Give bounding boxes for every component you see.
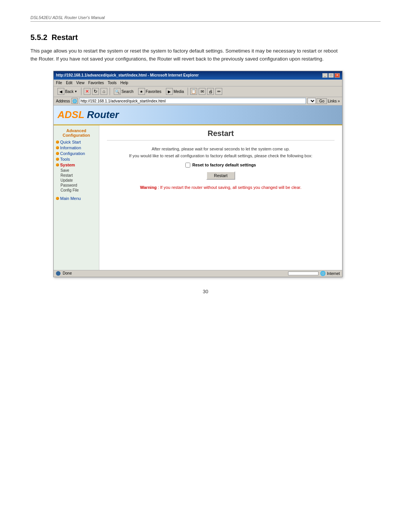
main-content-panel: Restart After restarting, please wait fo… bbox=[99, 125, 342, 270]
go-button[interactable]: Go bbox=[317, 98, 327, 104]
sidebar-section-title: Advanced Configuration bbox=[56, 128, 97, 137]
sidebar-link-configuration[interactable]: Configuration bbox=[60, 151, 85, 156]
maximize-button[interactable]: □ bbox=[328, 73, 334, 78]
sidebar-item-mainmenu[interactable]: Main Menu bbox=[56, 196, 97, 201]
logo-adsl: ADSL bbox=[57, 109, 84, 120]
bullet-icon bbox=[56, 158, 59, 161]
info-text-2: If you would like to reset all configura… bbox=[107, 153, 335, 158]
menu-tools[interactable]: Tools bbox=[108, 81, 116, 85]
section-title: 5.5.2 Restart bbox=[30, 33, 381, 42]
address-icon: 🌐 bbox=[72, 98, 78, 104]
menu-edit[interactable]: Edit bbox=[66, 81, 72, 85]
titlebar-buttons: _ □ ✕ bbox=[322, 73, 340, 78]
status-done: Done bbox=[56, 271, 72, 276]
page-container: DSL542EU ADSL Router User's Manual 5.5.2… bbox=[0, 0, 411, 310]
sidebar-item-quickstart[interactable]: Quick Start bbox=[56, 140, 97, 144]
menu-favorites[interactable]: Favorites bbox=[88, 81, 104, 85]
info-text-1: After restarting, please wait for severa… bbox=[107, 147, 335, 151]
sidebar: Advanced Configuration Quick Start Infor… bbox=[54, 125, 99, 270]
checkbox-label: Reset to factory default settings bbox=[192, 163, 256, 167]
back-button[interactable]: ◀ Back ▼ bbox=[56, 87, 79, 96]
browser-menubar: File Edit View Favorites Tools Help bbox=[54, 80, 342, 86]
restart-button[interactable]: Restart bbox=[206, 171, 235, 180]
page-footer: 30 bbox=[30, 289, 381, 294]
back-icon: ◀ bbox=[57, 88, 64, 95]
page-heading: Restart bbox=[107, 129, 335, 141]
address-dropdown[interactable] bbox=[307, 98, 316, 104]
sidebar-link-tools[interactable]: Tools bbox=[60, 157, 70, 161]
browser-toolbar: ◀ Back ▼ ✕ ↻ ⌂ 🔍 Search ★ Favorites ▶ Me… bbox=[54, 86, 342, 97]
page-number: 30 bbox=[203, 289, 208, 294]
sidebar-item-configuration[interactable]: Configuration bbox=[56, 151, 97, 156]
toolbar-separator-3 bbox=[188, 88, 188, 95]
history-button[interactable]: 📋 bbox=[190, 88, 197, 95]
toolbar-separator-2 bbox=[110, 88, 110, 95]
sidebar-link-system[interactable]: System bbox=[60, 163, 75, 167]
bullet-icon bbox=[56, 141, 59, 144]
browser-statusbar: Done 🌐 Internet bbox=[54, 270, 342, 277]
media-icon: ▶ bbox=[166, 88, 173, 95]
sidebar-title-line1: Advanced bbox=[56, 128, 97, 133]
sidebar-sublink-restart[interactable]: Restart bbox=[56, 173, 97, 177]
logo-router: Router bbox=[84, 109, 119, 120]
star-icon: ★ bbox=[138, 88, 145, 95]
close-button[interactable]: ✕ bbox=[335, 73, 340, 78]
sidebar-item-information[interactable]: Information bbox=[56, 145, 97, 150]
sidebar-link-information[interactable]: Information bbox=[60, 145, 81, 150]
internet-label: Internet bbox=[327, 272, 340, 276]
sidebar-item-tools[interactable]: Tools bbox=[56, 157, 97, 161]
section-number: 5.5.2 bbox=[30, 33, 47, 42]
factory-reset-checkbox[interactable] bbox=[185, 163, 190, 168]
search-icon: 🔍 bbox=[114, 88, 121, 95]
media-button[interactable]: ▶ Media bbox=[164, 87, 185, 96]
refresh-button[interactable]: ↻ bbox=[92, 88, 99, 95]
sidebar-link-mainmenu[interactable]: Main Menu bbox=[60, 196, 81, 201]
sidebar-sublink-password[interactable]: Password bbox=[56, 183, 97, 187]
links-button[interactable]: Links » bbox=[328, 99, 340, 103]
browser-content: Advanced Configuration Quick Start Infor… bbox=[54, 125, 342, 270]
warning-label: Warning bbox=[140, 185, 157, 190]
sidebar-title-line2: Configuration bbox=[56, 133, 97, 137]
warning-message: : If you restart the router without savi… bbox=[158, 185, 301, 190]
minimize-button[interactable]: _ bbox=[322, 73, 328, 78]
sidebar-sublink-configfile[interactable]: Config File bbox=[56, 188, 97, 192]
home-button[interactable]: ⌂ bbox=[100, 88, 107, 95]
sidebar-sublink-update[interactable]: Update bbox=[56, 178, 97, 182]
bullet-icon bbox=[56, 152, 59, 155]
stop-button[interactable]: ✕ bbox=[84, 88, 91, 95]
browser-addressbar: Address 🌐 Go Links » bbox=[54, 97, 342, 105]
menu-file[interactable]: File bbox=[56, 81, 62, 85]
status-text: Done bbox=[63, 271, 72, 275]
sidebar-link-quickstart[interactable]: Quick Start bbox=[60, 140, 81, 144]
router-banner: ADSL Router bbox=[54, 105, 342, 125]
warning-text: Warning : If you restart the router with… bbox=[107, 185, 335, 190]
browser-titlebar: http://192.168.1.1/advanced/quick_start/… bbox=[54, 71, 342, 80]
browser-title: http://192.168.1.1/advanced/quick_start/… bbox=[56, 73, 199, 77]
menu-help[interactable]: Help bbox=[120, 81, 128, 85]
doc-header-text: DSL542EU ADSL Router User's Manual bbox=[30, 15, 105, 20]
search-button[interactable]: 🔍 Search bbox=[112, 87, 135, 96]
print-button[interactable]: 🖨 bbox=[207, 88, 214, 95]
section-heading: Restart bbox=[52, 33, 78, 42]
bullet-icon bbox=[56, 163, 59, 166]
bullet-icon bbox=[56, 197, 59, 200]
progress-bar bbox=[288, 272, 319, 275]
sidebar-item-system[interactable]: System bbox=[56, 163, 97, 167]
restart-btn-row: Restart bbox=[107, 171, 335, 180]
status-right: 🌐 Internet bbox=[288, 271, 340, 276]
toolbar-separator-1 bbox=[81, 88, 81, 95]
mail-button[interactable]: ✉ bbox=[199, 88, 206, 95]
address-label: Address bbox=[56, 99, 70, 103]
address-input[interactable] bbox=[79, 98, 306, 104]
sidebar-sublink-save[interactable]: Save bbox=[56, 168, 97, 173]
section-description: This page allows you to restart the syst… bbox=[30, 47, 342, 63]
menu-view[interactable]: View bbox=[76, 81, 84, 85]
favorites-button[interactable]: ★ Favorites bbox=[137, 87, 163, 96]
internet-icon: 🌐 bbox=[320, 271, 326, 276]
checkbox-row: Reset to factory default settings bbox=[107, 163, 335, 168]
edit-page-button[interactable]: ✏ bbox=[215, 88, 222, 95]
doc-header: DSL542EU ADSL Router User's Manual bbox=[30, 15, 381, 22]
browser-window: http://192.168.1.1/advanced/quick_start/… bbox=[53, 71, 342, 277]
router-logo: ADSL Router bbox=[57, 109, 119, 121]
done-icon bbox=[56, 271, 61, 276]
